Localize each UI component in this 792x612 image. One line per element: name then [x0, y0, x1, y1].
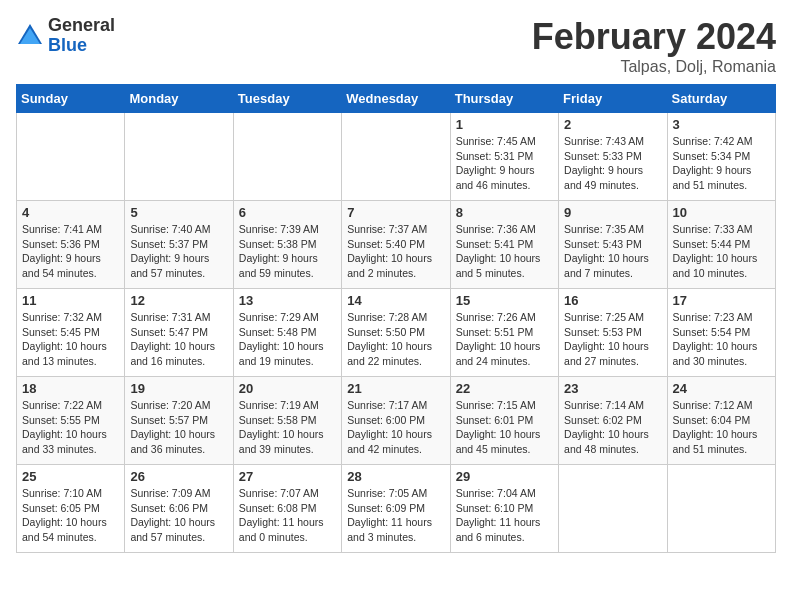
- calendar-cell: 20Sunrise: 7:19 AM Sunset: 5:58 PM Dayli…: [233, 377, 341, 465]
- calendar-cell: 12Sunrise: 7:31 AM Sunset: 5:47 PM Dayli…: [125, 289, 233, 377]
- logo: General Blue: [16, 16, 115, 56]
- calendar-cell: 23Sunrise: 7:14 AM Sunset: 6:02 PM Dayli…: [559, 377, 667, 465]
- day-number: 3: [673, 117, 770, 132]
- day-number: 18: [22, 381, 119, 396]
- day-info: Sunrise: 7:14 AM Sunset: 6:02 PM Dayligh…: [564, 398, 661, 457]
- calendar-cell: 8Sunrise: 7:36 AM Sunset: 5:41 PM Daylig…: [450, 201, 558, 289]
- calendar-cell: [667, 465, 775, 553]
- calendar-table: SundayMondayTuesdayWednesdayThursdayFrid…: [16, 84, 776, 553]
- day-info: Sunrise: 7:37 AM Sunset: 5:40 PM Dayligh…: [347, 222, 444, 281]
- header-tuesday: Tuesday: [233, 85, 341, 113]
- week-row-2: 11Sunrise: 7:32 AM Sunset: 5:45 PM Dayli…: [17, 289, 776, 377]
- calendar-cell: 14Sunrise: 7:28 AM Sunset: 5:50 PM Dayli…: [342, 289, 450, 377]
- day-info: Sunrise: 7:07 AM Sunset: 6:08 PM Dayligh…: [239, 486, 336, 545]
- day-info: Sunrise: 7:28 AM Sunset: 5:50 PM Dayligh…: [347, 310, 444, 369]
- calendar-cell: 25Sunrise: 7:10 AM Sunset: 6:05 PM Dayli…: [17, 465, 125, 553]
- calendar-cell: 21Sunrise: 7:17 AM Sunset: 6:00 PM Dayli…: [342, 377, 450, 465]
- day-info: Sunrise: 7:41 AM Sunset: 5:36 PM Dayligh…: [22, 222, 119, 281]
- day-info: Sunrise: 7:15 AM Sunset: 6:01 PM Dayligh…: [456, 398, 553, 457]
- day-number: 16: [564, 293, 661, 308]
- day-info: Sunrise: 7:45 AM Sunset: 5:31 PM Dayligh…: [456, 134, 553, 193]
- day-number: 10: [673, 205, 770, 220]
- day-info: Sunrise: 7:17 AM Sunset: 6:00 PM Dayligh…: [347, 398, 444, 457]
- day-info: Sunrise: 7:39 AM Sunset: 5:38 PM Dayligh…: [239, 222, 336, 281]
- day-info: Sunrise: 7:05 AM Sunset: 6:09 PM Dayligh…: [347, 486, 444, 545]
- calendar-cell: 2Sunrise: 7:43 AM Sunset: 5:33 PM Daylig…: [559, 113, 667, 201]
- calendar-header: SundayMondayTuesdayWednesdayThursdayFrid…: [17, 85, 776, 113]
- header-saturday: Saturday: [667, 85, 775, 113]
- calendar-cell: [342, 113, 450, 201]
- page-header: General Blue February 2024 Talpas, Dolj,…: [16, 16, 776, 76]
- calendar-cell: 5Sunrise: 7:40 AM Sunset: 5:37 PM Daylig…: [125, 201, 233, 289]
- day-info: Sunrise: 7:04 AM Sunset: 6:10 PM Dayligh…: [456, 486, 553, 545]
- day-number: 5: [130, 205, 227, 220]
- day-number: 27: [239, 469, 336, 484]
- header-monday: Monday: [125, 85, 233, 113]
- day-number: 14: [347, 293, 444, 308]
- header-thursday: Thursday: [450, 85, 558, 113]
- day-number: 22: [456, 381, 553, 396]
- calendar-body: 1Sunrise: 7:45 AM Sunset: 5:31 PM Daylig…: [17, 113, 776, 553]
- day-number: 23: [564, 381, 661, 396]
- day-info: Sunrise: 7:32 AM Sunset: 5:45 PM Dayligh…: [22, 310, 119, 369]
- calendar-cell: 17Sunrise: 7:23 AM Sunset: 5:54 PM Dayli…: [667, 289, 775, 377]
- day-number: 20: [239, 381, 336, 396]
- header-row: SundayMondayTuesdayWednesdayThursdayFrid…: [17, 85, 776, 113]
- day-number: 1: [456, 117, 553, 132]
- calendar-cell: 15Sunrise: 7:26 AM Sunset: 5:51 PM Dayli…: [450, 289, 558, 377]
- calendar-cell: 29Sunrise: 7:04 AM Sunset: 6:10 PM Dayli…: [450, 465, 558, 553]
- day-info: Sunrise: 7:33 AM Sunset: 5:44 PM Dayligh…: [673, 222, 770, 281]
- day-number: 17: [673, 293, 770, 308]
- day-number: 7: [347, 205, 444, 220]
- day-number: 29: [456, 469, 553, 484]
- day-number: 11: [22, 293, 119, 308]
- day-number: 9: [564, 205, 661, 220]
- calendar-cell: [233, 113, 341, 201]
- day-number: 2: [564, 117, 661, 132]
- day-number: 26: [130, 469, 227, 484]
- calendar-cell: 26Sunrise: 7:09 AM Sunset: 6:06 PM Dayli…: [125, 465, 233, 553]
- week-row-1: 4Sunrise: 7:41 AM Sunset: 5:36 PM Daylig…: [17, 201, 776, 289]
- calendar-cell: 27Sunrise: 7:07 AM Sunset: 6:08 PM Dayli…: [233, 465, 341, 553]
- day-info: Sunrise: 7:42 AM Sunset: 5:34 PM Dayligh…: [673, 134, 770, 193]
- day-number: 19: [130, 381, 227, 396]
- calendar-title: February 2024: [532, 16, 776, 58]
- calendar-cell: 1Sunrise: 7:45 AM Sunset: 5:31 PM Daylig…: [450, 113, 558, 201]
- day-info: Sunrise: 7:10 AM Sunset: 6:05 PM Dayligh…: [22, 486, 119, 545]
- week-row-4: 25Sunrise: 7:10 AM Sunset: 6:05 PM Dayli…: [17, 465, 776, 553]
- day-info: Sunrise: 7:19 AM Sunset: 5:58 PM Dayligh…: [239, 398, 336, 457]
- header-wednesday: Wednesday: [342, 85, 450, 113]
- logo-text: General Blue: [48, 16, 115, 56]
- day-number: 15: [456, 293, 553, 308]
- week-row-3: 18Sunrise: 7:22 AM Sunset: 5:55 PM Dayli…: [17, 377, 776, 465]
- day-info: Sunrise: 7:20 AM Sunset: 5:57 PM Dayligh…: [130, 398, 227, 457]
- day-number: 6: [239, 205, 336, 220]
- logo-blue-text: Blue: [48, 36, 115, 56]
- calendar-cell: 13Sunrise: 7:29 AM Sunset: 5:48 PM Dayli…: [233, 289, 341, 377]
- logo-general-text: General: [48, 16, 115, 36]
- day-info: Sunrise: 7:25 AM Sunset: 5:53 PM Dayligh…: [564, 310, 661, 369]
- calendar-subtitle: Talpas, Dolj, Romania: [532, 58, 776, 76]
- day-number: 28: [347, 469, 444, 484]
- day-info: Sunrise: 7:29 AM Sunset: 5:48 PM Dayligh…: [239, 310, 336, 369]
- day-info: Sunrise: 7:22 AM Sunset: 5:55 PM Dayligh…: [22, 398, 119, 457]
- calendar-cell: 6Sunrise: 7:39 AM Sunset: 5:38 PM Daylig…: [233, 201, 341, 289]
- calendar-cell: [17, 113, 125, 201]
- calendar-cell: 9Sunrise: 7:35 AM Sunset: 5:43 PM Daylig…: [559, 201, 667, 289]
- calendar-cell: 28Sunrise: 7:05 AM Sunset: 6:09 PM Dayli…: [342, 465, 450, 553]
- day-number: 21: [347, 381, 444, 396]
- calendar-cell: [559, 465, 667, 553]
- day-number: 8: [456, 205, 553, 220]
- calendar-cell: 3Sunrise: 7:42 AM Sunset: 5:34 PM Daylig…: [667, 113, 775, 201]
- day-number: 24: [673, 381, 770, 396]
- day-number: 12: [130, 293, 227, 308]
- day-info: Sunrise: 7:36 AM Sunset: 5:41 PM Dayligh…: [456, 222, 553, 281]
- day-number: 25: [22, 469, 119, 484]
- day-number: 4: [22, 205, 119, 220]
- calendar-cell: 24Sunrise: 7:12 AM Sunset: 6:04 PM Dayli…: [667, 377, 775, 465]
- day-info: Sunrise: 7:40 AM Sunset: 5:37 PM Dayligh…: [130, 222, 227, 281]
- day-info: Sunrise: 7:23 AM Sunset: 5:54 PM Dayligh…: [673, 310, 770, 369]
- calendar-cell: 10Sunrise: 7:33 AM Sunset: 5:44 PM Dayli…: [667, 201, 775, 289]
- calendar-cell: 18Sunrise: 7:22 AM Sunset: 5:55 PM Dayli…: [17, 377, 125, 465]
- day-info: Sunrise: 7:43 AM Sunset: 5:33 PM Dayligh…: [564, 134, 661, 193]
